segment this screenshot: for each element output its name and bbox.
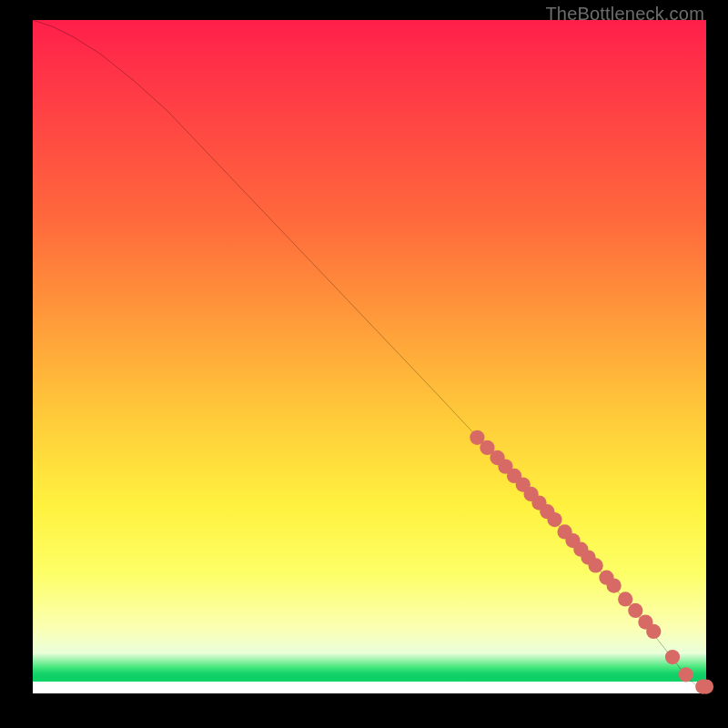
plot-area [33, 20, 706, 693]
data-marker [665, 650, 680, 664]
curve-path [33, 20, 706, 687]
data-marker [589, 558, 603, 572]
chart-svg [33, 20, 706, 693]
data-marker [547, 512, 561, 527]
data-marker [646, 624, 661, 639]
data-marker [628, 603, 642, 618]
data-marker [679, 667, 693, 682]
chart-frame: TheBottleneck.com [0, 0, 728, 728]
data-marker [699, 679, 713, 693]
data-marker [618, 592, 632, 606]
data-markers [470, 430, 713, 694]
data-marker [606, 578, 621, 592]
